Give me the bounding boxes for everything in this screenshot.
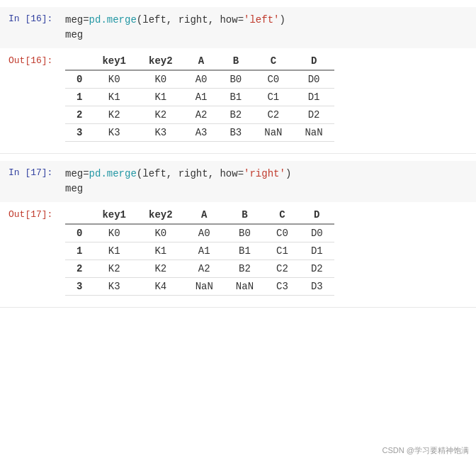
cell-0-6: D0 [293, 70, 334, 89]
col-header-5: C [265, 206, 300, 224]
cell-1-5: C1 [265, 242, 300, 260]
table-header-row: key1key2ABCD [65, 52, 334, 70]
cell-3-6: D3 [300, 278, 334, 296]
out-label-1: Out[17]: [8, 206, 65, 220]
col-header-1: key1 [91, 206, 137, 224]
cell-3-4: NaN [225, 278, 265, 296]
col-header-0 [65, 206, 91, 224]
cell-3-3: NaN [184, 278, 225, 296]
cell-0-1: K0 [91, 224, 137, 242]
table-container-1: key1key2ABCD0K0K0A0B0C0D01K1K1A1B1C1D12K… [65, 206, 468, 296]
table-row: 2K2K2A2B2C2D2 [65, 106, 334, 124]
cell-1-3: A1 [184, 242, 225, 260]
code-block-1[interactable]: meg=pd.merge(left, right, how='right')me… [65, 167, 468, 196]
cell-1: In [17]:meg=pd.merge(left, right, how='r… [0, 154, 476, 308]
cell-2-6: D2 [300, 260, 334, 278]
code-line: meg [65, 182, 468, 196]
table-row: 0K0K0A0B0C0D0 [65, 70, 334, 89]
col-header-3: A [184, 52, 219, 70]
cell-2-2: K2 [137, 106, 184, 124]
col-header-4: B [218, 52, 253, 70]
cell-0-4: B0 [225, 224, 265, 242]
cell-2-1: K2 [91, 260, 137, 278]
cell-0-4: B0 [218, 70, 253, 89]
cell-1-3: A1 [184, 89, 219, 106]
cell-0-3: A0 [184, 70, 219, 89]
cell-3-1: K3 [91, 124, 137, 142]
cell-0-3: A0 [184, 224, 225, 242]
input-row-0: In [16]:meg=pd.merge(left, right, how='l… [0, 7, 476, 48]
cell-3-3: A3 [184, 124, 219, 142]
cell-1-2: K1 [137, 242, 184, 260]
cell-0-5: C0 [253, 70, 293, 89]
code-block-0[interactable]: meg=pd.merge(left, right, how='left')meg [65, 13, 468, 43]
cell-2-4: B2 [225, 260, 265, 278]
cell-2-5: C2 [253, 106, 293, 124]
cell-0-5: C0 [265, 224, 300, 242]
code-line: meg=pd.merge(left, right, how='left') [65, 13, 468, 28]
cell-2-6: D2 [293, 106, 334, 124]
col-header-6: D [293, 52, 334, 70]
col-header-0 [65, 52, 91, 70]
out-label-0: Out[16]: [8, 52, 65, 66]
cell-0-0: 0 [65, 224, 91, 242]
output-row-0: Out[16]:key1key2ABCD0K0K0A0B0C0D01K1K1A1… [0, 48, 476, 146]
watermark: CSDN @学习要精神饱满 [382, 445, 469, 456]
cell-0-2: K0 [137, 224, 184, 242]
cell-1-6: D1 [293, 89, 334, 106]
col-header-3: A [184, 206, 225, 224]
cell-1-0: 1 [65, 242, 91, 260]
cell-2-0: 2 [65, 106, 91, 124]
col-header-4: B [225, 206, 265, 224]
cell-2-2: K2 [137, 260, 184, 278]
col-header-1: key1 [91, 52, 137, 70]
in-label-1: In [17]: [8, 167, 65, 178]
cell-0-0: 0 [65, 70, 91, 89]
cell-3-0: 3 [65, 124, 91, 142]
input-row-1: In [17]:meg=pd.merge(left, right, how='r… [0, 161, 476, 202]
cell-0-6: D0 [300, 224, 334, 242]
cell-0: In [16]:meg=pd.merge(left, right, how='l… [0, 0, 476, 154]
table-1: key1key2ABCD0K0K0A0B0C0D01K1K1A1B1C1D12K… [65, 206, 334, 296]
cell-1-5: C1 [253, 89, 293, 106]
col-header-6: D [300, 206, 334, 224]
col-header-2: key2 [137, 52, 184, 70]
code-line: meg [65, 28, 468, 43]
cell-3-4: B3 [218, 124, 253, 142]
table-row: 1K1K1A1B1C1D1 [65, 89, 334, 106]
col-header-5: C [253, 52, 293, 70]
cell-0-2: K0 [137, 70, 184, 89]
cell-2-0: 2 [65, 260, 91, 278]
cell-3-6: NaN [293, 124, 334, 142]
cell-2-1: K2 [91, 106, 137, 124]
cell-1-4: B1 [218, 89, 253, 106]
cell-2-3: A2 [184, 260, 225, 278]
cell-2-4: B2 [218, 106, 253, 124]
cell-2-5: C2 [265, 260, 300, 278]
output-row-1: Out[17]:key1key2ABCD0K0K0A0B0C0D01K1K1A1… [0, 202, 476, 300]
cell-1-2: K1 [137, 89, 184, 106]
cell-1-1: K1 [91, 89, 137, 106]
cell-3-5: NaN [253, 124, 293, 142]
cell-3-1: K3 [91, 278, 137, 296]
col-header-2: key2 [137, 206, 184, 224]
code-line: meg=pd.merge(left, right, how='right') [65, 167, 468, 182]
in-label-0: In [16]: [8, 13, 65, 24]
cell-3-2: K3 [137, 124, 184, 142]
table-row: 3K3K3A3B3NaNNaN [65, 124, 334, 142]
cell-2-3: A2 [184, 106, 219, 124]
table-row: 3K3K4NaNNaNC3D3 [65, 278, 334, 296]
table-header-row: key1key2ABCD [65, 206, 334, 224]
cell-0-1: K0 [91, 70, 137, 89]
cell-3-2: K4 [137, 278, 184, 296]
table-0: key1key2ABCD0K0K0A0B0C0D01K1K1A1B1C1D12K… [65, 52, 334, 142]
cell-1-1: K1 [91, 242, 137, 260]
cell-3-5: C3 [265, 278, 300, 296]
table-row: 1K1K1A1B1C1D1 [65, 242, 334, 260]
table-container-0: key1key2ABCD0K0K0A0B0C0D01K1K1A1B1C1D12K… [65, 52, 468, 142]
cell-1-6: D1 [300, 242, 334, 260]
table-row: 0K0K0A0B0C0D0 [65, 224, 334, 242]
table-row: 2K2K2A2B2C2D2 [65, 260, 334, 278]
cell-3-0: 3 [65, 278, 91, 296]
cell-1-4: B1 [225, 242, 265, 260]
